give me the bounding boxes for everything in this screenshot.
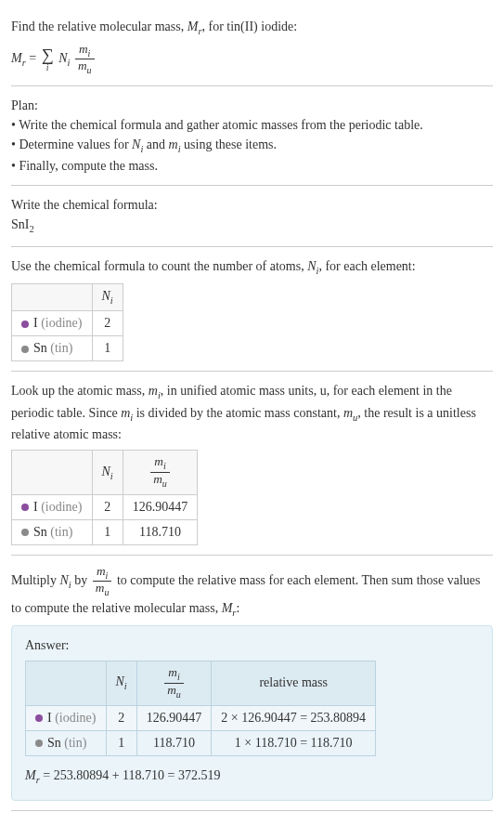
element-cell: I (iodine) bbox=[12, 311, 93, 336]
atom-count-table: Ni I (iodine) 2 Sn (tin) 1 bbox=[11, 283, 123, 361]
ni-cell: 1 bbox=[106, 730, 136, 755]
header-ratio: mimu bbox=[136, 661, 212, 705]
element-cell: Sn (tin) bbox=[12, 336, 93, 361]
plan-item: • Determine values for Ni and mi using t… bbox=[11, 135, 493, 157]
table-row: I (iodine) 2 126.90447 bbox=[12, 494, 198, 519]
dot-icon bbox=[35, 740, 43, 747]
plan-item: • Write the chemical formula and gather … bbox=[11, 115, 493, 135]
mass-cell: 126.90447 bbox=[123, 494, 198, 519]
dot-icon bbox=[21, 346, 29, 353]
header-empty bbox=[26, 661, 107, 705]
answer-label: Answer: bbox=[25, 635, 479, 655]
step-text: Look up the atomic mass, mi, in unified … bbox=[11, 381, 493, 444]
answer-table: Ni mimu relative mass I (iodine) 2 126.9… bbox=[25, 661, 376, 755]
header-empty bbox=[12, 284, 93, 311]
header-empty bbox=[12, 451, 93, 494]
answer-box: Answer: Ni mimu relative mass I (iodine)… bbox=[11, 625, 493, 801]
final-result: Mr = 253.80894 + 118.710 = 372.519 bbox=[25, 766, 479, 788]
dot-icon bbox=[21, 504, 29, 511]
atomic-mass-table: Ni mimu I (iodine) 2 126.90447 Sn (tin) … bbox=[11, 450, 198, 544]
mass-cell: 118.710 bbox=[136, 730, 212, 755]
ni-cell: 1 bbox=[92, 519, 123, 544]
table-header-row: Ni bbox=[12, 284, 123, 311]
table-row: I (iodine) 2 bbox=[12, 311, 123, 336]
step-text: Multiply Ni by mimu to compute the relat… bbox=[11, 565, 493, 621]
problem-statement: Find the relative molecular mass, Mr, fo… bbox=[11, 7, 493, 86]
table-row: Sn (tin) 1 118.710 bbox=[12, 519, 198, 544]
table-row: I (iodine) 2 126.90447 2 × 126.90447 = 2… bbox=[26, 705, 376, 730]
ni-cell: 1 bbox=[92, 336, 123, 361]
header-ratio: mimu bbox=[123, 451, 198, 494]
dot-icon bbox=[21, 529, 29, 536]
header-ni: Ni bbox=[106, 661, 136, 705]
element-cell: I (iodine) bbox=[26, 705, 107, 730]
table-row: Sn (tin) 1 bbox=[12, 336, 123, 361]
ni-cell: 2 bbox=[92, 494, 123, 519]
table-header-row: Ni mimu relative mass bbox=[26, 661, 376, 705]
atomic-mass-step: Look up the atomic mass, mi, in unified … bbox=[11, 372, 493, 555]
chemical-formula-step: Write the chemical formula: SnI2 bbox=[11, 186, 493, 247]
fraction: mi mu bbox=[75, 43, 95, 76]
mass-cell: 126.90447 bbox=[136, 705, 212, 730]
element-cell: Sn (tin) bbox=[26, 730, 107, 755]
header-ni: Ni bbox=[92, 284, 123, 311]
step-text: Use the chemical formula to count the nu… bbox=[11, 256, 493, 279]
step-heading: Write the chemical formula: bbox=[11, 195, 493, 215]
ni-cell: 2 bbox=[106, 705, 136, 730]
relmass-cell: 1 × 118.710 = 118.710 bbox=[212, 730, 376, 755]
text: , for tin(II) iodide: bbox=[202, 20, 298, 33]
header-relmass: relative mass bbox=[212, 661, 376, 705]
plan-item: • Finally, compute the mass. bbox=[11, 156, 493, 176]
sigma-icon: ∑i bbox=[42, 46, 54, 72]
header-ni: Ni bbox=[92, 451, 123, 494]
chemical-formula: SnI2 bbox=[11, 215, 493, 237]
element-cell: Sn (tin) bbox=[12, 519, 93, 544]
mass-cell: 118.710 bbox=[123, 519, 198, 544]
dot-icon bbox=[21, 321, 29, 328]
plan: Plan: • Write the chemical formula and g… bbox=[11, 86, 493, 187]
problem-text: Find the relative molecular mass, Mr, fo… bbox=[11, 17, 493, 39]
relmass-cell: 2 × 126.90447 = 253.80894 bbox=[212, 705, 376, 730]
ni-cell: 2 bbox=[92, 311, 123, 336]
atom-count-step: Use the chemical formula to count the nu… bbox=[11, 247, 493, 372]
text: Find the relative molecular mass, bbox=[11, 20, 187, 33]
plan-heading: Plan: bbox=[11, 96, 493, 115]
element-cell: I (iodine) bbox=[12, 494, 93, 519]
formula-definition: Mr = ∑i Ni mi mu bbox=[11, 43, 493, 76]
table-header-row: Ni mimu bbox=[12, 451, 198, 494]
table-row: Sn (tin) 1 118.710 1 × 118.710 = 118.710 bbox=[26, 730, 376, 755]
compute-step: Multiply Ni by mimu to compute the relat… bbox=[11, 556, 493, 812]
dot-icon bbox=[35, 714, 43, 722]
